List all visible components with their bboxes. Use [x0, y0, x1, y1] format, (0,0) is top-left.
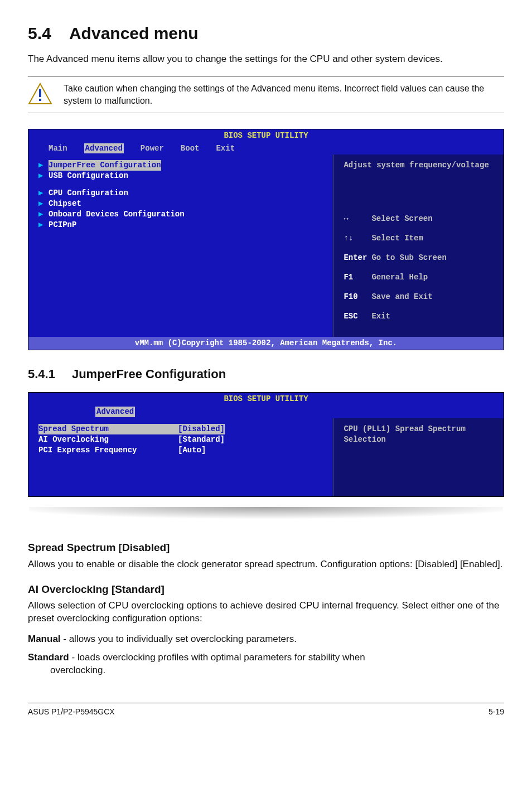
key-desc: Exit — [371, 312, 390, 321]
submenu-arrow-icon: ▶ — [38, 209, 49, 220]
drop-shadow — [29, 507, 503, 520]
key: ↑↓ — [344, 234, 371, 244]
option-label: Standard — [28, 652, 69, 663]
setting-spread-spectrum: Spread Spectrum[Disabled] — [38, 424, 323, 434]
tab-exit: Exit — [216, 143, 235, 154]
subsection-title: JumperFree Configuration — [72, 366, 226, 383]
submenu-arrow-icon: ▶ — [38, 199, 49, 209]
page-footer: ASUS P1/P2-P5945GCX 5-19 — [28, 703, 504, 717]
bios-tabs: Main Advanced Power Boot Exit — [28, 142, 504, 155]
setting-pci-express-freq: PCI Express Frequency[Auto] — [38, 445, 323, 456]
key: F10 — [344, 292, 371, 302]
item-ai-title: AI Overclocking [Standard] — [28, 582, 504, 597]
key-desc: Go to Sub Screen — [371, 253, 446, 262]
bios-key-legend: ↔Select Screen ↑↓Select Item EnterGo to … — [344, 204, 494, 331]
item-ai-body: Allows selection of CPU overclocking opt… — [28, 600, 504, 625]
menu-label: JumperFree Configuration — [49, 160, 161, 171]
bios-footer: vMM.mm (C)Copyright 1985-2002, American … — [28, 337, 504, 350]
menu-item-chipset: ▶Chipset — [38, 199, 323, 209]
key: ↔ — [344, 214, 371, 224]
section-title: 5.4 Advanced menu — [28, 22, 504, 45]
menu-item-usb: ▶USB Configuration — [38, 171, 323, 181]
setting-ai-overclocking: AI Overclocking[Standard] — [38, 434, 323, 445]
tab-advanced: Advanced — [95, 407, 135, 417]
menu-label: Chipset — [49, 199, 81, 209]
option-standard: Standard - loads overclocking profiles w… — [28, 651, 504, 677]
menu-label: Onboard Devices Configuration — [49, 209, 185, 220]
key-desc: General Help — [371, 273, 428, 282]
option-text: - loads overclocking profiles with optim… — [69, 652, 365, 663]
submenu-arrow-icon: ▶ — [38, 171, 49, 181]
menu-label: USB Configuration — [49, 171, 128, 181]
option-manual: Manual - allows you to individually set … — [28, 633, 504, 646]
intro-text: The Advanced menu items allow you to cha… — [28, 53, 504, 66]
option-text: - allows you to individually set overclo… — [61, 634, 297, 644]
bios-jumperfree-menu: BIOS SETUP UTILITY Advanced Spread Spect… — [28, 392, 504, 497]
setting-label: PCI Express Frequency — [38, 445, 178, 456]
bios-help-pane: CPU (PLL1) Spread Spectrum Selection — [333, 418, 504, 496]
menu-item-pcipnp: ▶PCIPnP — [38, 220, 323, 230]
key: ESC — [344, 312, 371, 322]
key: Enter — [344, 253, 371, 263]
bios-title: BIOS SETUP UTILITY — [28, 129, 504, 142]
setting-value: [Disabled] — [178, 424, 225, 434]
warning-icon — [28, 83, 52, 105]
caution-text: Take caution when changing the settings … — [64, 83, 504, 107]
key-desc: Save and Exit — [371, 292, 432, 301]
bios-settings-pane: Spread Spectrum[Disabled] AI Overclockin… — [28, 418, 333, 496]
menu-item-onboard: ▶Onboard Devices Configuration — [38, 209, 323, 220]
section-number: 5.4 — [28, 24, 51, 42]
item-spread-title: Spread Spectrum [Disabled] — [28, 540, 504, 555]
bios-title: BIOS SETUP UTILITY — [28, 393, 504, 405]
section-name: Advanced menu — [69, 24, 199, 42]
submenu-arrow-icon: ▶ — [38, 220, 49, 230]
submenu-arrow-icon: ▶ — [38, 188, 49, 199]
tab-advanced: Advanced — [84, 143, 124, 154]
subsection-number: 5.4.1 — [28, 366, 55, 383]
menu-label: CPU Configuration — [49, 188, 128, 199]
bios-advanced-menu: BIOS SETUP UTILITY Main Advanced Power B… — [28, 129, 504, 350]
bios-tabs: Advanced — [28, 405, 504, 418]
bios-help-pane: Adjust system frequency/voltage ↔Select … — [333, 154, 504, 336]
menu-label: PCIPnP — [49, 220, 76, 230]
footer-left: ASUS P1/P2-P5945GCX — [28, 707, 115, 717]
option-text-cont: overclocking. — [50, 664, 504, 677]
svg-rect-2 — [39, 99, 41, 101]
option-label: Manual — [28, 634, 61, 644]
bios-help-text: Adjust system frequency/voltage — [344, 160, 494, 171]
tab-main: Main — [49, 143, 67, 154]
bios-help-text: CPU (PLL1) Spread Spectrum Selection — [344, 424, 494, 445]
key-desc: Select Screen — [371, 214, 432, 223]
setting-label: AI Overclocking — [38, 434, 178, 445]
footer-right: 5-19 — [489, 707, 504, 717]
key-desc: Select Item — [371, 234, 423, 243]
key: F1 — [344, 273, 371, 283]
setting-value: [Standard] — [178, 434, 225, 445]
menu-item-cpu: ▶CPU Configuration — [38, 188, 323, 199]
tab-boot: Boot — [181, 143, 200, 154]
svg-rect-1 — [39, 89, 41, 97]
setting-value: [Auto] — [178, 445, 206, 456]
setting-label: Spread Spectrum — [38, 424, 178, 434]
caution-box: Take caution when changing the settings … — [28, 76, 504, 113]
submenu-arrow-icon: ▶ — [38, 160, 49, 171]
menu-item-jumperfree: ▶JumperFree Configuration — [38, 160, 323, 171]
item-spread-body: Allows you to enable or disable the cloc… — [28, 558, 504, 571]
tab-power: Power — [141, 143, 164, 154]
bios-menu-pane: ▶JumperFree Configuration ▶USB Configura… — [28, 154, 333, 336]
